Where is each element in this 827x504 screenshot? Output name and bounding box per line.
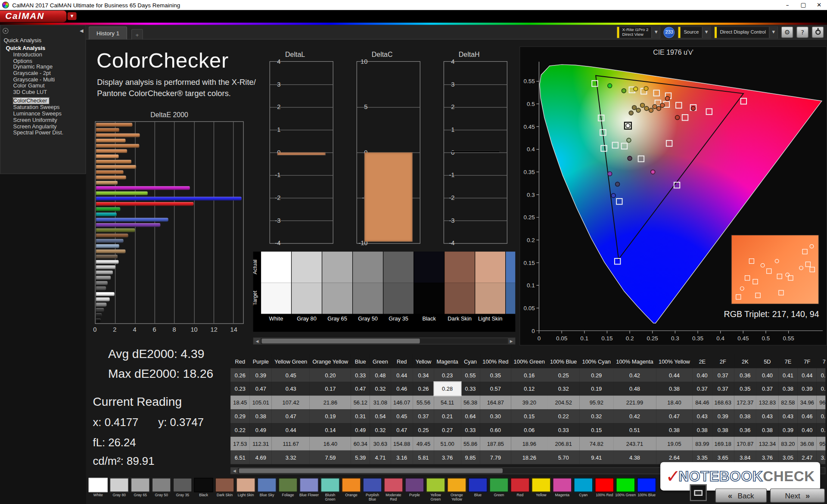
table-cell[interactable]: 0.32	[370, 382, 391, 396]
table-cell[interactable]: 18.40	[656, 395, 693, 409]
column-header[interactable]: Green	[370, 355, 391, 368]
sidebar-item-grayscale-multi[interactable]: Grayscale - Multi	[13, 77, 86, 83]
logo-menu-arrow-icon[interactable]: ▼	[68, 12, 77, 20]
table-cell[interactable]: 56.12	[351, 395, 370, 409]
sidebar-item-screen-uniformity[interactable]: Screen Uniformity	[13, 117, 86, 123]
table-cell[interactable]: 4.38	[613, 451, 656, 464]
column-header[interactable]: 7G	[817, 355, 825, 368]
table-cell[interactable]: 0.38	[778, 382, 797, 396]
sidebar-item-screen-angularity[interactable]: Screen Angularity	[13, 123, 86, 129]
patch-chip-bluish-green[interactable]: Bluish Green	[320, 478, 341, 501]
patch-chip-100-green[interactable]: 100% Green	[615, 478, 636, 501]
swatch-gray-35[interactable]: Gray 35	[383, 252, 414, 332]
table-cell[interactable]: 0.45	[272, 368, 310, 382]
swatch-blue[interactable]: Blue	[506, 252, 515, 332]
table-cell[interactable]: 169.18	[712, 437, 734, 451]
display-control-dropdown[interactable]: Direct Display Control ▼	[714, 26, 778, 38]
table-cell[interactable]: 54.11	[434, 395, 460, 409]
table-cell[interactable]: 0.55	[461, 368, 480, 382]
table-cell[interactable]: 221.99	[613, 395, 656, 409]
column-header[interactable]: 5D	[756, 355, 779, 368]
swatch-gray-50[interactable]: Gray 50	[353, 252, 383, 332]
table-cell[interactable]: 0.12	[511, 382, 547, 396]
patch-chip-gray-65[interactable]: Gray 65	[130, 478, 151, 501]
patch-chip-foliage[interactable]: Foliage	[277, 478, 298, 501]
table-cell[interactable]: 0.43	[756, 409, 779, 423]
patch-chip-black[interactable]: Black	[193, 478, 214, 501]
table-cell[interactable]: 0.47	[351, 382, 370, 396]
table-cell[interactable]: 0.33	[461, 423, 480, 437]
table-cell[interactable]: 0.38	[656, 382, 693, 396]
swatch-gray-80[interactable]: Gray 80	[292, 252, 322, 332]
sidebar-item-quick-analysis[interactable]: Quick Analysis	[6, 45, 85, 51]
column-header[interactable]: 100% Green	[511, 355, 547, 368]
table-cell[interactable]: 0.40	[693, 368, 712, 382]
table-cell[interactable]: 18.45	[230, 395, 249, 409]
table-cell[interactable]: 18.26	[511, 451, 547, 464]
table-cell[interactable]: 0.38	[693, 423, 712, 437]
patch-chip-blue-flower[interactable]: Blue Flower	[298, 478, 320, 501]
table-cell[interactable]: 0.20	[310, 368, 351, 382]
source-dropdown[interactable]: Source ▼	[678, 26, 711, 38]
swatch-dark-skin[interactable]: Dark Skin	[445, 252, 475, 332]
table-cell[interactable]: 60.34	[351, 437, 370, 451]
column-header[interactable]: Yellow Green	[272, 355, 310, 368]
meter-dropdown[interactable]: X-Rite i1Pro 2 Direct View ▼	[616, 26, 661, 38]
table-cell[interactable]: 96.27	[817, 395, 825, 409]
sidebar-item-color-gamut[interactable]: Color Gamut	[13, 83, 86, 89]
column-header[interactable]: Red	[230, 355, 249, 368]
patch-chip-purple[interactable]: Purple	[404, 478, 425, 501]
table-cell[interactable]: 168.63	[712, 395, 734, 409]
swatch-black[interactable]: Black	[414, 252, 444, 332]
table-cell[interactable]: 74.82	[579, 437, 613, 451]
table-cell[interactable]: 0.60	[480, 423, 511, 437]
table-cell[interactable]: 0.26	[230, 368, 249, 382]
sidebar-menu-icon[interactable]	[3, 28, 8, 33]
next-button[interactable]: Next »	[770, 488, 825, 503]
table-cell[interactable]: 0.45	[391, 409, 413, 423]
patch-chip-yellow[interactable]: Yellow	[531, 478, 552, 501]
table-cell[interactable]: 3.76	[434, 451, 460, 464]
table-cell[interactable]: 0.32	[547, 382, 579, 396]
table-cell[interactable]: 0.49	[250, 423, 272, 437]
table-cell[interactable]: 0.25	[547, 368, 579, 382]
table-cell[interactable]: 0.40	[756, 368, 779, 382]
column-header[interactable]: Blue	[351, 355, 370, 368]
patch-chip-magenta[interactable]: Magenta	[552, 478, 573, 501]
table-cell[interactable]: 0.14	[310, 423, 351, 437]
table-cell[interactable]: 0.37	[756, 382, 779, 396]
table-cell[interactable]: 0.15	[511, 409, 547, 423]
table-cell[interactable]: 0.25	[413, 423, 434, 437]
column-header[interactable]: Red	[391, 355, 413, 368]
table-cell[interactable]: 0.57	[480, 382, 511, 396]
table-cell[interactable]: 55.56	[413, 395, 434, 409]
table-cell[interactable]: 0.29	[230, 409, 249, 423]
sidebar-item-colorchecker[interactable]: ColorChecker	[13, 98, 50, 104]
table-cell[interactable]: 0.15	[579, 423, 613, 437]
table-cell[interactable]: 0.44	[656, 368, 693, 382]
patch-chip-green[interactable]: Green	[488, 478, 510, 501]
sidebar-collapse-button[interactable]: ◀	[80, 28, 83, 33]
table-cell[interactable]: 0.47	[272, 409, 310, 423]
table-cell[interactable]: 3.32	[272, 451, 310, 464]
table-cell[interactable]: 243.71	[613, 437, 656, 451]
table-cell[interactable]: 0.36	[734, 368, 756, 382]
table-cell[interactable]: 0.38	[756, 423, 779, 437]
table-cell[interactable]: 0.48	[613, 382, 656, 396]
column-header[interactable]: 100% Red	[480, 355, 511, 368]
table-cell[interactable]: 0.33	[351, 368, 370, 382]
table-row[interactable]: 0.260.390.450.200.330.480.440.340.230.55…	[230, 368, 825, 382]
table-cell[interactable]: 0.37	[712, 382, 734, 396]
patch-chip-blue[interactable]: Blue	[467, 478, 488, 501]
sidebar-item-3d-cube-lut[interactable]: 3D Cube LUT	[13, 89, 86, 95]
table-cell[interactable]: 132.34	[756, 437, 779, 451]
table-cell[interactable]: 5.39	[351, 451, 370, 464]
column-header[interactable]: Cyan	[461, 355, 480, 368]
column-header[interactable]: 7E	[778, 355, 797, 368]
help-button[interactable]: ?	[796, 26, 808, 38]
table-cell[interactable]: 49.45	[413, 437, 434, 451]
column-header[interactable]: Magenta	[434, 355, 460, 368]
table-row[interactable]: 17.53112.31111.6716.4060.3430.63154.8849…	[230, 437, 825, 451]
table-cell[interactable]: 56.38	[461, 395, 480, 409]
table-cell[interactable]: 0.47	[656, 409, 693, 423]
